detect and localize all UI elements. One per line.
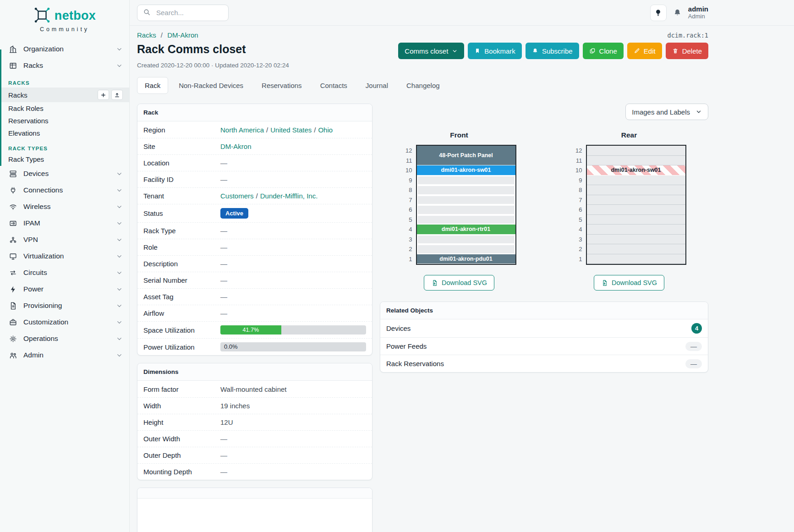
sidebar-item-devices[interactable]: Devices [0,165,129,182]
rack-empty-slot[interactable] [417,244,515,254]
rack-empty-slot[interactable] [417,205,515,215]
rack-device[interactable]: dmi01-akron-sw01 [417,165,515,176]
download-svg-rear-button[interactable]: Download SVG [594,275,664,291]
rack-empty-slot[interactable] [587,195,685,205]
import-racks-button[interactable] [111,90,123,100]
network-icon [8,235,17,244]
related-devices-row[interactable]: Devices 4 [380,319,708,337]
netbox-logo[interactable]: netbox Community [0,0,129,33]
field-serial-number: Serial Number — [137,272,372,288]
tenant-link[interactable]: Dunder-Mifflin, Inc. [260,192,318,200]
rack-empty-slot[interactable] [417,195,515,205]
related-rack-reservations-row[interactable]: Rack Reservations — [380,355,708,372]
region-link[interactable]: Ohio [318,126,333,134]
chevron-down-icon [116,319,123,326]
rack-device[interactable]: dmi01-akron-sw01 [587,165,685,176]
breadcrumb-racks-link[interactable]: Racks [137,31,156,39]
rack-device[interactable]: dmi01-akron-pdu01 [417,254,515,264]
rack-icon [8,61,17,70]
sidebar-item-operations[interactable]: Operations [0,330,129,347]
rack-unit-number: 11 [576,156,582,166]
subscribe-button[interactable]: Subscribe [526,43,579,59]
sidebar-item-rack-types[interactable]: Rack Types [0,153,129,165]
chevron-down-icon [116,269,123,276]
app-root: netbox Community Organization Racks RACK… [0,0,794,532]
devices-count-badge: 4 [691,323,702,334]
rack-empty-slot[interactable] [587,205,685,215]
notifications-bell-icon[interactable] [673,8,682,17]
sidebar-item-connections[interactable]: Connections [0,182,129,198]
sidebar-section-racks: RACKS [0,80,129,86]
theme-toggle-button[interactable] [650,5,667,21]
tab-non-racked-devices[interactable]: Non-Racked Devices [171,77,251,94]
rack-empty-slot[interactable] [417,235,515,245]
tab-contacts[interactable]: Contacts [312,77,355,94]
delete-button[interactable]: Delete [666,43,708,59]
sidebar-item-ipam[interactable]: IPAM [0,215,129,231]
tab-journal[interactable]: Journal [358,77,396,94]
sidebar-item-elevations[interactable]: Elevations [0,127,129,139]
chevron-down-icon [116,170,123,177]
rack-empty-slot[interactable] [417,185,515,195]
sidebar-item-admin[interactable]: Admin [0,347,129,363]
rack-empty-slot[interactable] [587,235,685,245]
global-search[interactable] [137,5,229,21]
rack-panel: Rack Region North America / United State… [137,104,372,356]
rack-device[interactable]: dmi01-akron-rtr01 [417,225,515,235]
rack-empty-slot[interactable] [587,254,685,264]
rack-empty-slot[interactable] [587,146,685,156]
sidebar-item-customization[interactable]: Customization [0,314,129,330]
sidebar-item-rack-roles[interactable]: Rack Roles [0,102,129,115]
field-asset-tag: Asset Tag — [137,288,372,305]
sidebar-item-vpn[interactable]: VPN [0,231,129,248]
rack-empty-slot[interactable] [587,225,685,235]
chevron-down-icon [116,335,123,342]
related-power-feeds-row[interactable]: Power Feeds — [380,337,708,355]
rack-device[interactable]: 48-Port Patch Panel [417,146,515,165]
rack-unit-number: 2 [409,244,412,254]
rack-empty-slot[interactable] [587,185,685,195]
sidebar-item-racks[interactable]: Racks [0,88,129,102]
bookmark-button[interactable]: Bookmark [468,43,522,59]
related-objects-title: Related Objects [380,302,708,319]
sidebar-item-reservations[interactable]: Reservations [0,115,129,127]
wifi-icon [8,202,17,211]
sidebar-item-virtualization[interactable]: Virtualization [0,248,129,264]
site-link[interactable]: DM-Akron [220,143,252,150]
add-rack-button[interactable] [98,90,109,100]
download-svg-front-button[interactable]: Download SVG [424,275,494,291]
sidebar-item-racks-group[interactable]: Racks [0,57,129,74]
rack-empty-slot[interactable] [587,156,685,166]
field-width: Width 19 inches [137,397,372,414]
rack-empty-slot[interactable] [587,215,685,225]
clone-button[interactable]: Clone [583,43,624,59]
user-menu[interactable]: admin Admin [688,5,708,20]
sidebar-item-power[interactable]: Power [0,281,129,297]
rack-empty-slot[interactable] [587,176,685,186]
sidebar-item-organization[interactable]: Organization [0,41,129,57]
tenant-group-link[interactable]: Customers [220,192,254,200]
server-icon [8,169,17,178]
edit-button[interactable]: Edit [627,43,662,59]
pencil-icon [634,48,640,54]
briefcase-icon [8,318,17,327]
file-download-icon [601,280,608,286]
rack-empty-slot[interactable] [417,215,515,225]
tab-rack[interactable]: Rack [137,77,168,94]
elevation-view-selector[interactable]: Images and Labels [625,104,708,120]
region-link[interactable]: North America [220,126,264,134]
rename-dropdown-button[interactable]: Comms closet [398,43,464,59]
sidebar-item-provisioning[interactable]: Provisioning [0,297,129,314]
tab-changelog[interactable]: Changelog [399,77,448,94]
breadcrumb-site-link[interactable]: DM-Akron [167,31,198,39]
field-power-utilization: Power Utilization 0.0% [137,338,372,355]
rack-empty-slot[interactable] [587,244,685,254]
rack-empty-slot[interactable] [417,176,515,186]
search-input[interactable] [155,8,223,17]
region-link[interactable]: United States [270,126,312,134]
building-icon [8,44,17,54]
rack-unit-number: 8 [579,185,582,195]
tab-reservations[interactable]: Reservations [254,77,310,94]
sidebar-item-wireless[interactable]: Wireless [0,198,129,215]
sidebar-item-circuits[interactable]: Circuits [0,264,129,281]
